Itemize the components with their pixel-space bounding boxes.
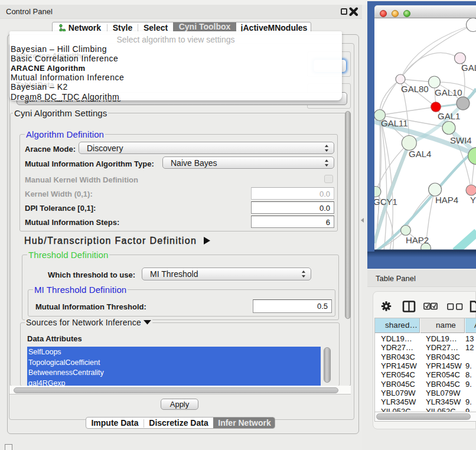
svg-text:GAL4: GAL4 xyxy=(409,149,431,159)
svg-text:GAL7: GAL7 xyxy=(461,63,476,73)
svg-text:SWI4: SWI4 xyxy=(450,135,472,145)
svg-text:HAP4: HAP4 xyxy=(435,195,458,205)
svg-text:GAL80: GAL80 xyxy=(401,84,429,94)
svg-text:GAL10: GAL10 xyxy=(435,87,462,97)
svg-text:GAL1: GAL1 xyxy=(438,111,460,121)
svg-text:GCY1: GCY1 xyxy=(374,197,397,207)
svg-text:GAL11: GAL11 xyxy=(381,118,408,128)
svg-text:Y: Y xyxy=(470,195,476,205)
svg-text:HAP2: HAP2 xyxy=(406,235,429,245)
